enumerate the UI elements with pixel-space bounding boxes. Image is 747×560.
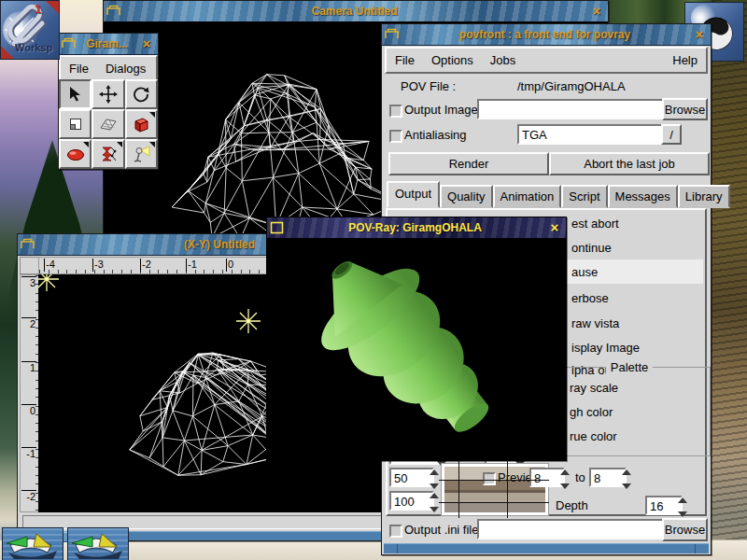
width-percent-input[interactable]: 50 bbox=[389, 468, 434, 487]
render-viewport bbox=[267, 238, 566, 460]
window-title: povfront : a front end for povray bbox=[402, 28, 688, 41]
tool-plane-button[interactable] bbox=[92, 109, 124, 139]
close-button[interactable]: × bbox=[588, 3, 605, 20]
crop-line[interactable] bbox=[507, 460, 508, 518]
tab-quality[interactable]: Quality bbox=[440, 185, 492, 208]
depth-input[interactable]: 16 bbox=[645, 496, 683, 515]
tool-select-button[interactable] bbox=[59, 79, 92, 109]
submenu-corner-icon bbox=[149, 142, 155, 147]
tool-move-button[interactable] bbox=[92, 79, 124, 109]
crop-line[interactable] bbox=[458, 460, 459, 518]
ruler-label: 2 bbox=[21, 317, 36, 329]
tab-output[interactable]: Output bbox=[387, 181, 440, 208]
ruler-label: -1 bbox=[21, 447, 36, 459]
light-source-icon[interactable] bbox=[38, 274, 59, 291]
miniaturize-icon[interactable] bbox=[61, 36, 77, 51]
height-percent-input[interactable]: 100 bbox=[389, 491, 434, 511]
window-title: Giram... bbox=[78, 37, 135, 50]
close-button[interactable]: × bbox=[546, 219, 563, 236]
tab-library[interactable]: Library bbox=[678, 185, 730, 208]
submenu-corner-icon bbox=[83, 142, 89, 147]
ruler-label: 0 bbox=[21, 404, 36, 416]
menu-options[interactable]: Options bbox=[423, 50, 482, 70]
tool-scale-button[interactable] bbox=[59, 109, 92, 139]
scale-square-icon bbox=[66, 115, 85, 133]
output-ini-label: Output .ini file bbox=[404, 523, 479, 537]
tool-grid bbox=[59, 79, 158, 169]
output-image-input[interactable] bbox=[477, 99, 664, 119]
render-button[interactable]: Render bbox=[388, 152, 549, 175]
menu-jobs[interactable]: Jobs bbox=[482, 50, 524, 70]
spin-buttons[interactable] bbox=[678, 496, 690, 519]
depth-label: Depth bbox=[556, 498, 588, 512]
workspace-number: 1 bbox=[35, 2, 41, 16]
tool-box-button[interactable] bbox=[125, 109, 158, 139]
preview-to-input[interactable]: 8 bbox=[589, 468, 627, 487]
miniaturize-icon[interactable] bbox=[269, 220, 285, 235]
move-cross-icon bbox=[99, 85, 118, 104]
toolbox-menubar: File Dialogs bbox=[59, 55, 158, 82]
palette-option[interactable]: ray scale bbox=[570, 381, 618, 395]
preview-checkbox[interactable] bbox=[483, 472, 496, 485]
submenu-corner-icon bbox=[117, 142, 122, 147]
palette-option[interactable]: rue color bbox=[570, 429, 617, 443]
close-button[interactable]: × bbox=[691, 26, 708, 43]
palette-title: Palette bbox=[606, 360, 653, 374]
pov-file-label: POV File : bbox=[401, 79, 456, 93]
submenu-corner-icon bbox=[149, 112, 155, 118]
combo-dropdown-button[interactable]: / bbox=[661, 124, 682, 145]
tab-script[interactable]: Script bbox=[561, 185, 607, 208]
menu-file[interactable]: File bbox=[61, 59, 97, 78]
camera-titlebar[interactable]: Camera Untitled × bbox=[104, 1, 608, 22]
spin-buttons[interactable] bbox=[560, 468, 572, 491]
workspace-clip-appicon[interactable]: 1 Worksp bbox=[0, 0, 60, 60]
ruler-label: 0 bbox=[226, 259, 233, 272]
output-image-checkbox[interactable] bbox=[389, 105, 402, 118]
antialiasing-checkbox[interactable] bbox=[389, 130, 402, 143]
to-label: to bbox=[575, 470, 585, 484]
output-image-label: Output Image bbox=[404, 103, 478, 117]
tool-lathe-button[interactable] bbox=[92, 139, 124, 169]
giram-boat-appicon[interactable] bbox=[67, 527, 129, 560]
menu-file[interactable]: File bbox=[387, 50, 423, 70]
povfront-menubar: File Options Jobs Help bbox=[385, 47, 708, 74]
povfront-titlebar[interactable]: povfront : a front end for povray × bbox=[382, 24, 711, 46]
abort-button[interactable]: Abort the last job bbox=[549, 152, 710, 175]
resize-notch bbox=[695, 544, 696, 553]
miniaturize-icon[interactable] bbox=[384, 27, 400, 42]
miniaturize-icon[interactable] bbox=[20, 237, 35, 252]
browse-ini-button[interactable]: Browse bbox=[662, 518, 708, 541]
menu-dialogs[interactable]: Dialogs bbox=[97, 59, 154, 78]
palette-option[interactable]: gh color bbox=[570, 405, 613, 419]
tool-sphere-button[interactable] bbox=[59, 139, 92, 169]
window-title: POV-Ray: GiramgOHALA bbox=[287, 221, 543, 234]
rotate-arrow-icon bbox=[132, 85, 150, 104]
ruler-label: -2 bbox=[140, 259, 151, 272]
crop-line[interactable] bbox=[439, 480, 549, 481]
tool-light-button[interactable] bbox=[125, 139, 158, 169]
tool-rotate-button[interactable] bbox=[125, 79, 158, 109]
ruler-label: -3 bbox=[92, 259, 104, 272]
tab-animation[interactable]: Animation bbox=[493, 185, 562, 208]
workspace-label: Worksp bbox=[15, 42, 52, 53]
giram-boat-appicon[interactable] bbox=[2, 527, 63, 560]
browse-output-button[interactable]: Browse bbox=[662, 98, 708, 120]
tab-messages[interactable]: Messages bbox=[608, 185, 678, 208]
miniaturize-icon[interactable] bbox=[106, 4, 121, 19]
box-icon bbox=[132, 115, 150, 133]
povray-titlebar[interactable]: POV-Ray: GiramgOHALA × bbox=[267, 217, 566, 239]
light-source-icon[interactable] bbox=[236, 309, 261, 333]
spin-buttons[interactable] bbox=[622, 468, 634, 491]
menu-help[interactable]: Help bbox=[664, 50, 706, 70]
output-ini-input[interactable] bbox=[477, 519, 664, 539]
close-button[interactable]: × bbox=[138, 35, 155, 52]
ruler-label: -2 bbox=[21, 490, 36, 502]
toolbox-titlebar[interactable]: Giram... × bbox=[59, 34, 158, 55]
light-icon bbox=[132, 145, 150, 163]
format-combo-input[interactable]: TGA bbox=[517, 124, 665, 145]
output-ini-checkbox[interactable] bbox=[389, 525, 402, 538]
sphere-icon bbox=[66, 145, 85, 163]
sailboat-icon bbox=[68, 528, 126, 560]
resize-bar[interactable] bbox=[384, 543, 709, 553]
crop-line[interactable] bbox=[439, 502, 549, 503]
